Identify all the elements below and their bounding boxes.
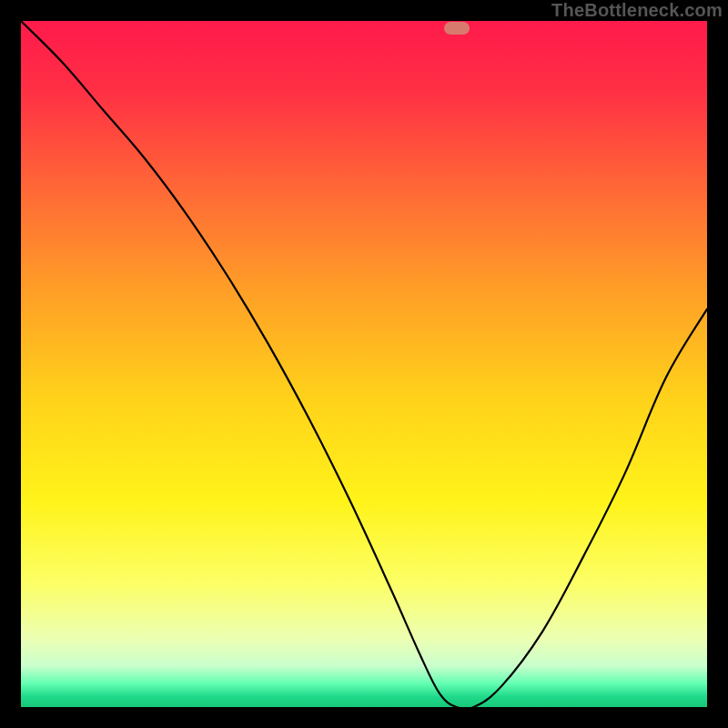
plot-area	[21, 21, 707, 707]
chart-frame: TheBottleneck.com	[0, 0, 728, 728]
watermark-text: TheBottleneck.com	[551, 0, 723, 21]
svg-rect-0	[21, 21, 707, 707]
chart-svg	[21, 21, 707, 707]
optimum-marker	[444, 22, 470, 35]
